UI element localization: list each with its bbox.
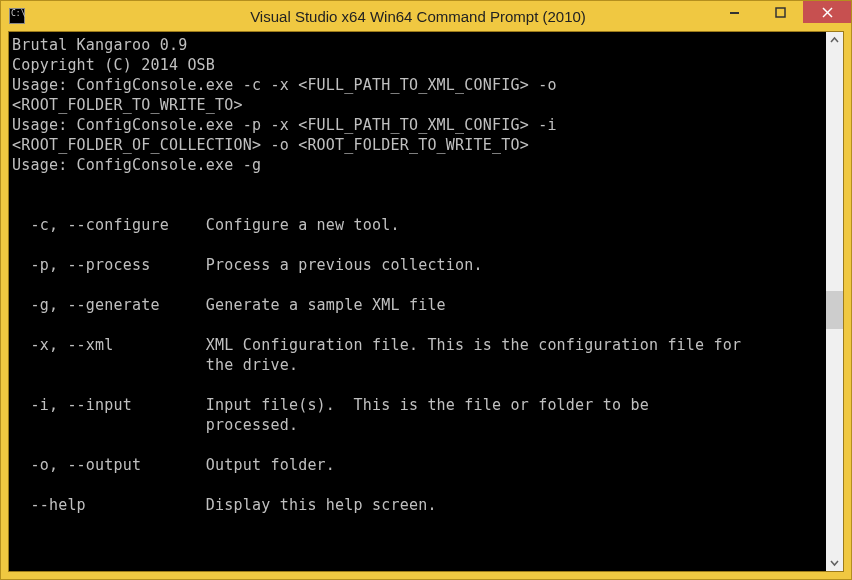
titlebar[interactable]: C:\ Visual Studio x64 Win64 Command Prom… [1, 1, 851, 31]
app-icon: C:\ [9, 8, 25, 24]
close-button[interactable] [803, 1, 851, 23]
scroll-thumb[interactable] [826, 291, 843, 329]
scroll-down-button[interactable] [826, 554, 843, 571]
console-output[interactable]: Brutal Kangaroo 0.9 Copyright (C) 2014 O… [9, 32, 826, 571]
chevron-down-icon [830, 558, 839, 567]
window-frame: C:\ Visual Studio x64 Win64 Command Prom… [0, 0, 852, 580]
client-area: Brutal Kangaroo 0.9 Copyright (C) 2014 O… [8, 31, 844, 572]
minimize-button[interactable] [711, 1, 757, 23]
window-buttons [711, 1, 851, 23]
svg-rect-1 [776, 8, 785, 17]
maximize-button[interactable] [757, 1, 803, 23]
vertical-scrollbar[interactable] [826, 32, 843, 571]
chevron-up-icon [830, 36, 839, 45]
scroll-track[interactable] [826, 49, 843, 554]
scroll-up-button[interactable] [826, 32, 843, 49]
